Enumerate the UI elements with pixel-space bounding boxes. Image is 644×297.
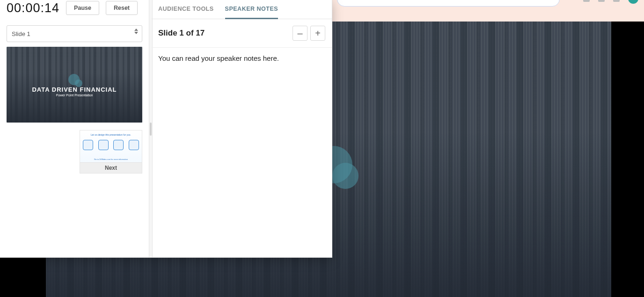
slide-counter: Slide 1 of 17 [158,29,205,38]
next-slide-heading: Let us design this presentation for you. [80,133,142,136]
thumbnail-subtitle: Power Point Presentation [7,94,142,97]
slide-select[interactable]: Slide 1 [7,25,142,42]
next-slide-icons [83,140,139,150]
next-label: Next [80,162,142,173]
current-slide-thumbnail[interactable]: DATA DRIVEN FINANCIAL Power Point Presen… [7,47,142,123]
next-slide-card[interactable]: Let us design this presentation for you.… [80,130,142,174]
zoom-out-button[interactable]: – [293,26,307,41]
next-slide-preview: Let us design this presentation for you.… [80,130,142,162]
tab-speaker-notes[interactable]: Speaker Notes [225,0,278,19]
select-caret-icon [134,29,138,34]
timer-display: 00:00:14 [7,1,59,15]
tab-audience-tools[interactable]: Audience Tools [158,0,214,19]
reset-button[interactable]: Reset [106,1,138,15]
notes-header: Slide 1 of 17 – + [152,19,332,48]
profile-avatar[interactable] [628,0,638,4]
presenter-left-column: 00:00:14 Pause Reset Slide 1 DATA DRIVEN… [0,0,149,257]
service-icon [83,140,93,150]
speaker-notes-text: You can read your speaker notes here. [152,48,332,69]
timer-row: 00:00:14 Pause Reset [0,0,149,19]
presenter-right-column: Audience Tools Speaker Notes Slide 1 of … [152,0,332,257]
service-icon [129,140,139,150]
pause-button[interactable]: Pause [66,1,99,15]
address-bar[interactable] [337,0,560,7]
thumbnail-title: DATA DRIVEN FINANCIAL [7,86,142,93]
zoom-in-button[interactable]: + [310,26,325,41]
service-icon [113,140,124,150]
extension-icon[interactable] [613,0,620,2]
stage-letterbox-right [611,22,644,297]
extension-icon[interactable] [583,0,590,2]
extension-icon[interactable] [598,0,605,2]
service-icon [98,140,109,150]
notes-zoom-controls: – + [293,26,325,41]
next-slide-footer: Go to 24Slides.com for more information [80,158,142,160]
slide-select-label: Slide 1 [12,30,30,37]
browser-right-icons [583,0,638,4]
presenter-panel: 00:00:14 Pause Reset Slide 1 DATA DRIVEN… [0,0,332,258]
presenter-tabs: Audience Tools Speaker Notes [152,0,332,19]
